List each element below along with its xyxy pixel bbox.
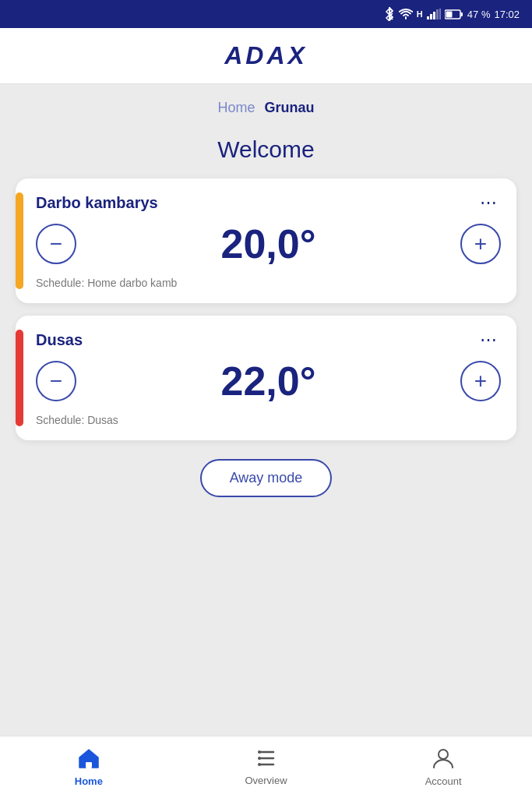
nav-item-account[interactable]: Account [354,747,532,787]
breadcrumb-home[interactable]: Home [217,100,255,116]
nav-label-home: Home [75,775,103,787]
welcome-title: Welcome [16,136,516,163]
card-accent-1 [16,192,23,289]
svg-point-15 [439,750,448,759]
card-temp-row-2: − 22,0° + [36,358,501,404]
svg-rect-6 [460,12,463,16]
status-icons: H 47 % 17:02 [384,7,520,21]
svg-point-10 [258,750,261,754]
away-mode-button[interactable]: Away mode [200,459,333,497]
card-menu-btn-2[interactable]: ⋯ [477,330,501,350]
increase-temp-btn-1[interactable]: + [460,224,501,264]
away-mode-container: Away mode [16,459,516,497]
temp-value-1: 20,0° [220,221,315,267]
svg-rect-8 [86,762,92,768]
temp-value-2: 22,0° [220,358,315,404]
device-card-1: Darbo kambarys ⋯ − 20,0° + Schedule: Hom… [16,178,516,303]
card-body-1: Darbo kambarys ⋯ − 20,0° + Schedule: Hom… [36,192,501,289]
nav-item-home[interactable]: Home [0,747,178,787]
home-icon [77,747,100,772]
nav-label-account: Account [425,775,462,787]
svg-rect-2 [433,12,435,19]
status-bar: H 47 % 17:02 [0,0,532,28]
nav-label-overview: Overview [245,775,287,786]
decrease-temp-btn-2[interactable]: − [36,361,76,401]
card-schedule-1: Schedule: Home darbo kamb [36,277,501,289]
svg-rect-3 [436,9,439,19]
card-header-2: Dusas ⋯ [36,330,501,350]
svg-rect-7 [446,11,452,17]
card-schedule-2: Schedule: Dusas [36,414,501,426]
app-header: ADAX [0,28,532,84]
card-name-2: Dusas [36,331,83,349]
svg-rect-1 [430,14,432,19]
svg-rect-0 [427,16,429,19]
svg-point-12 [258,757,261,760]
device-card-2: Dusas ⋯ − 22,0° + Schedule: Dusas [16,316,516,440]
signal-h-icon: H [417,9,423,19]
app-logo: ADAX [224,41,308,70]
battery-icon [445,9,463,19]
wifi-icon [399,9,413,19]
battery-percent: 47 % [467,9,491,20]
svg-point-14 [258,763,261,766]
card-menu-btn-1[interactable]: ⋯ [477,192,501,213]
card-header-1: Darbo kambarys ⋯ [36,192,501,213]
overview-icon [255,748,278,772]
card-accent-2 [16,330,23,426]
signal-bars-icon [427,9,441,19]
svg-rect-4 [439,9,441,19]
bluetooth-icon [384,7,395,21]
decrease-temp-btn-1[interactable]: − [36,224,76,264]
card-name-1: Darbo kambarys [36,194,158,212]
bottom-nav: Home Overview Account [0,736,532,798]
increase-temp-btn-2[interactable]: + [460,361,501,401]
nav-item-overview[interactable]: Overview [178,748,355,786]
breadcrumb: Home Grunau [16,84,516,124]
breadcrumb-current[interactable]: Grunau [265,100,315,116]
main-content: Home Grunau Welcome Darbo kambarys ⋯ − 2… [0,84,532,736]
card-body-2: Dusas ⋯ − 22,0° + Schedule: Dusas [36,330,501,426]
card-temp-row-1: − 20,0° + [36,221,501,267]
account-icon [432,747,455,772]
clock: 17:02 [494,9,520,20]
